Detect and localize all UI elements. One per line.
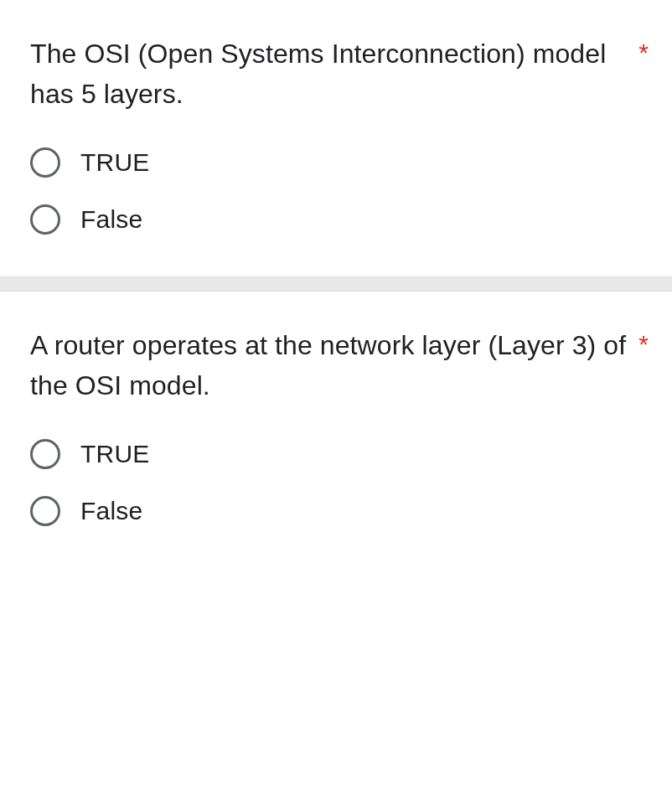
radio-circle-icon (30, 147, 60, 178)
radio-option-true-1[interactable]: TRUE (30, 147, 642, 178)
radio-circle-icon (30, 439, 60, 469)
required-asterisk-1: * (638, 34, 649, 71)
options-group-1: TRUE False (30, 147, 642, 235)
question-prompt-2: A router operates at the network layer (… (30, 330, 626, 400)
radio-option-true-2[interactable]: TRUE (30, 439, 642, 469)
option-label-true-2: TRUE (80, 440, 149, 468)
radio-circle-icon (30, 496, 60, 526)
question-text-2: A router operates at the network layer (… (30, 325, 642, 406)
question-card-1: The OSI (Open Systems Interconnection) m… (0, 0, 672, 276)
radio-option-false-2[interactable]: False (30, 496, 642, 526)
option-label-false-1: False (80, 205, 142, 234)
option-label-false-2: False (80, 497, 142, 525)
question-text-1: The OSI (Open Systems Interconnection) m… (30, 34, 642, 114)
question-prompt-1: The OSI (Open Systems Interconnection) m… (30, 39, 606, 109)
options-group-2: TRUE False (30, 439, 642, 526)
option-label-true-1: TRUE (80, 148, 149, 177)
required-asterisk-2: * (638, 325, 649, 363)
question-card-2: A router operates at the network layer (… (0, 292, 672, 568)
card-divider (0, 276, 672, 292)
radio-option-false-1[interactable]: False (30, 204, 642, 235)
radio-circle-icon (30, 204, 60, 235)
